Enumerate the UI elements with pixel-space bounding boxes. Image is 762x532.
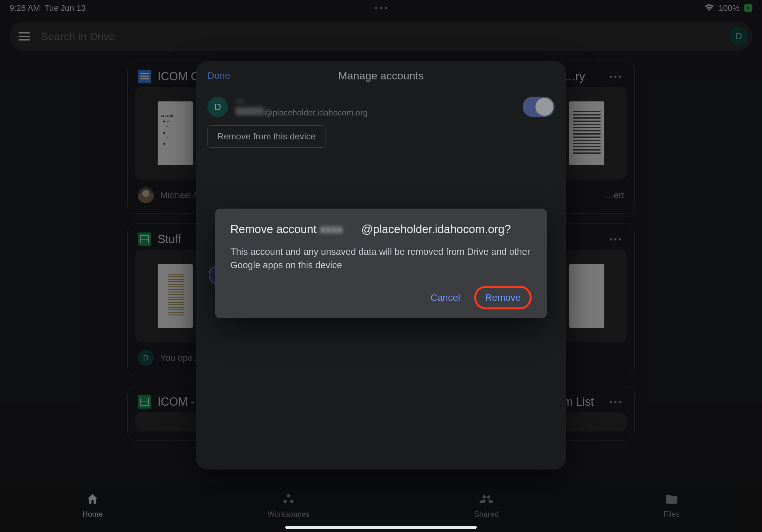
cancel-button[interactable]: Cancel bbox=[424, 287, 467, 308]
remove-highlight: Remove bbox=[474, 286, 532, 309]
remove-button[interactable]: Remove bbox=[482, 290, 524, 305]
dialog-title: Remove account xxxx@placeholder.idahocom… bbox=[230, 223, 532, 236]
dialog-body: This account and any unsaved data will b… bbox=[230, 245, 532, 272]
home-indicator[interactable] bbox=[285, 526, 477, 529]
remove-account-dialog: Remove account xxxx@placeholder.idahocom… bbox=[215, 209, 547, 318]
